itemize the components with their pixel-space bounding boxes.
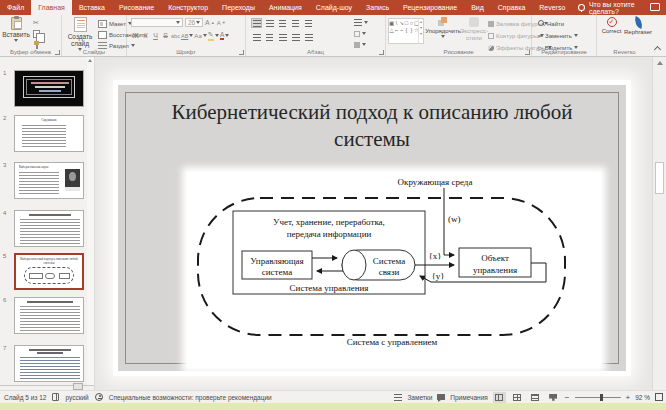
grow-font-button[interactable]: А▲ bbox=[205, 18, 215, 27]
align-center-button[interactable] bbox=[264, 32, 275, 42]
strikethrough-button[interactable]: S bbox=[161, 31, 170, 40]
scrollbar-thumb[interactable] bbox=[655, 162, 664, 194]
reverso-rephraser-button[interactable]: Rephraser bbox=[625, 17, 651, 35]
character-spacing-button[interactable]: АВ bbox=[181, 31, 193, 40]
tab-review[interactable]: Рецензирование bbox=[396, 0, 464, 15]
reverso-correct-button[interactable]: ✓ Correct bbox=[600, 17, 623, 34]
slide-sorter-icon bbox=[513, 394, 521, 401]
font-color-button[interactable]: А bbox=[220, 31, 230, 40]
replace-button[interactable]: ⇄Заменить bbox=[538, 31, 578, 40]
tab-slideshow[interactable]: Слайд-шоу bbox=[309, 0, 359, 15]
italic-button[interactable]: К bbox=[141, 31, 150, 40]
shapes-gallery[interactable]: ▣\↘□○▢ △⌐~{}☆ ▴▾▾ bbox=[388, 18, 424, 44]
arrange-button[interactable]: Упорядочить bbox=[426, 17, 460, 38]
align-text-icon bbox=[354, 31, 360, 37]
zoom-in-button[interactable]: + bbox=[626, 393, 631, 402]
thumbnail-slide-6[interactable] bbox=[14, 297, 84, 334]
text-direction-button[interactable] bbox=[354, 18, 368, 27]
canvas-scrollbar[interactable] bbox=[652, 57, 666, 390]
decrease-indent-button[interactable] bbox=[277, 18, 288, 28]
tab-file[interactable]: Файл bbox=[0, 0, 31, 15]
slide-diagram[interactable]: Окружающая среда (w) Учет, хранение, пер… bbox=[187, 172, 601, 368]
highlight-icon: ✎ bbox=[208, 31, 214, 41]
thumb-title: Содержание bbox=[15, 118, 83, 122]
tab-design[interactable]: Конструктор bbox=[161, 0, 215, 15]
normal-view-button[interactable] bbox=[493, 392, 506, 403]
zoom-slider-thumb[interactable] bbox=[600, 394, 603, 401]
slide-number: 4 bbox=[3, 210, 6, 216]
copy-button[interactable] bbox=[33, 29, 41, 38]
zoom-slider[interactable] bbox=[575, 397, 621, 398]
quick-styles-button[interactable]: Экспресс- стили bbox=[462, 17, 486, 41]
justify-button[interactable] bbox=[290, 32, 301, 42]
new-slide-button[interactable]: Создать слайд bbox=[65, 17, 95, 51]
thumbnail-slide-2[interactable]: Содержание bbox=[14, 115, 84, 152]
comments-icon[interactable] bbox=[650, 3, 660, 11]
tab-home[interactable]: Главная bbox=[31, 0, 72, 15]
tab-help[interactable]: Справка bbox=[491, 0, 532, 15]
chevron-down-icon bbox=[215, 34, 219, 37]
zoom-percentage[interactable]: 92 % bbox=[635, 394, 650, 401]
tab-record[interactable]: Запись bbox=[359, 0, 396, 15]
thumbnail-slide-4[interactable] bbox=[14, 210, 84, 247]
underline-button[interactable]: Ч bbox=[151, 31, 160, 40]
tab-transitions[interactable]: Переходы bbox=[215, 0, 262, 15]
shrink-font-button[interactable]: А▼ bbox=[217, 18, 226, 27]
tab-insert[interactable]: Вставка bbox=[72, 0, 112, 15]
tab-reverso[interactable]: Reverso bbox=[532, 0, 572, 15]
proofing-icon[interactable] bbox=[52, 393, 59, 401]
reading-view-button[interactable] bbox=[529, 392, 542, 403]
accessibility-status[interactable]: Специальные возможности: проверьте реком… bbox=[109, 394, 272, 401]
align-right-button[interactable] bbox=[277, 32, 288, 42]
chevron-down-icon bbox=[14, 39, 18, 42]
bullets-button[interactable] bbox=[251, 18, 262, 28]
slideshow-button[interactable] bbox=[547, 392, 560, 403]
format-painter-button[interactable] bbox=[33, 40, 41, 49]
highlight-button[interactable]: ✎ bbox=[208, 31, 219, 40]
current-slide[interactable]: Кибернетический подход к описанию любой … bbox=[118, 85, 626, 371]
notes-button[interactable]: Заметки bbox=[407, 394, 432, 401]
tab-draw[interactable]: Рисование bbox=[112, 0, 161, 15]
tab-animations[interactable]: Анимация bbox=[262, 0, 309, 15]
smartart-button[interactable] bbox=[354, 40, 368, 49]
line-spacing-button[interactable] bbox=[303, 18, 314, 28]
font-size-combobox[interactable]: 26 bbox=[185, 18, 203, 27]
thumbnail-slide-5-selected[interactable]: Кибернетический подход к описанию любой … bbox=[14, 253, 84, 290]
shapes-gallery-scrollbar[interactable]: ▴▾▾ bbox=[418, 19, 423, 43]
paste-button[interactable]: Вставить bbox=[3, 17, 29, 42]
align-text-button[interactable] bbox=[354, 29, 368, 38]
bold-button[interactable]: Ж bbox=[131, 31, 140, 40]
thumbnail-slide-3[interactable]: Кибернетика как наука bbox=[14, 162, 84, 199]
thumbnail-scrollbar[interactable] bbox=[87, 57, 94, 390]
group-paragraph: Абзац bbox=[246, 15, 386, 56]
font-name-combobox[interactable] bbox=[131, 18, 183, 27]
increase-indent-button[interactable] bbox=[290, 18, 301, 28]
dialog-launcher-icon[interactable] bbox=[239, 50, 244, 55]
shrink-font-label: А bbox=[217, 20, 221, 26]
language-indicator[interactable]: русский bbox=[65, 394, 88, 401]
change-case-button[interactable]: Аа bbox=[194, 31, 206, 40]
collapse-ribbon-icon[interactable] bbox=[654, 46, 661, 53]
slide-thumbnail-panel: 1 2 Содержание 3 Кибернетика как наука bbox=[0, 57, 95, 390]
text-shadow-button[interactable]: abc bbox=[171, 31, 180, 40]
zoom-out-button[interactable]: − bbox=[565, 393, 570, 402]
thumbnail-slide-7[interactable] bbox=[14, 345, 84, 382]
slide-number: 3 bbox=[3, 162, 6, 168]
dialog-launcher-icon[interactable] bbox=[379, 50, 384, 55]
comments-button[interactable]: Примечания bbox=[450, 394, 488, 401]
columns-button[interactable] bbox=[303, 32, 314, 42]
chevron-down-icon bbox=[362, 43, 366, 46]
slide-title[interactable]: Кибернетический подход к описанию любой … bbox=[148, 99, 596, 153]
dialog-launcher-icon[interactable] bbox=[55, 50, 60, 55]
arrange-label: Упорядочить bbox=[425, 28, 461, 34]
dialog-launcher-icon[interactable] bbox=[525, 50, 530, 55]
slide-sorter-button[interactable] bbox=[511, 392, 524, 403]
tab-view[interactable]: Вид bbox=[464, 0, 491, 15]
find-button[interactable]: Найти bbox=[538, 19, 578, 28]
numbering-button[interactable] bbox=[264, 18, 275, 28]
label-x: {x} bbox=[428, 251, 441, 261]
align-left-button[interactable] bbox=[251, 32, 262, 42]
fit-slide-button[interactable] bbox=[655, 393, 663, 401]
cut-button[interactable]: ✂ bbox=[33, 18, 41, 27]
thumbnail-slide-1[interactable] bbox=[14, 70, 84, 107]
